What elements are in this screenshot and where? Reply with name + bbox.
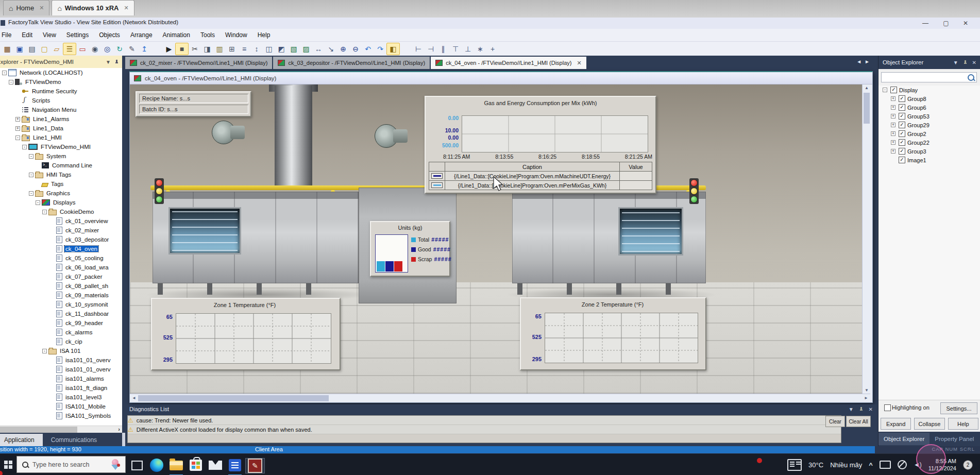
menu-item[interactable]: Tools	[195, 29, 220, 41]
panel-tab[interactable]: Object Explorer	[878, 433, 930, 445]
visibility-checkbox[interactable]: ✓	[899, 95, 905, 102]
send-backward-icon[interactable]: ◫	[263, 43, 275, 55]
tree-expander[interactable]	[36, 163, 40, 168]
browser-tab[interactable]: ⌂ Windows 10 xRA ✕	[52, 0, 134, 15]
tree-expander[interactable]: +	[15, 117, 20, 122]
align-left-icon[interactable]: ⊢	[412, 43, 425, 55]
visibility-checkbox[interactable]: ✓	[899, 148, 905, 155]
align-top-icon[interactable]: ⊤	[449, 43, 462, 55]
component-list-icon[interactable]: ☰	[63, 43, 76, 55]
edit-tags-icon[interactable]: ✎	[126, 43, 138, 55]
scroll-up-icon[interactable]: ▲	[863, 86, 871, 90]
tree-item[interactable]: ck_03_depositor	[0, 235, 122, 244]
zone2-temperature-panel[interactable]: Zone 2 Temperature (°F) 52529565	[520, 297, 706, 370]
tree-item[interactable]: ck_cip	[0, 337, 122, 346]
tree-item[interactable]: - ISA 101	[0, 346, 122, 355]
object-tree-item[interactable]: - ✓ Display	[878, 86, 980, 94]
tree-item[interactable]: isa101_01_overv	[0, 365, 122, 374]
clear-all-button[interactable]: Clear All	[846, 416, 871, 427]
tab-nav-arrows[interactable]: ◄►	[856, 59, 873, 64]
panel-button[interactable]: Help	[948, 418, 978, 430]
tree-expander[interactable]	[49, 312, 54, 316]
tree-expander[interactable]: +	[891, 96, 895, 101]
settings-button[interactable]: Settings...	[940, 402, 977, 414]
tree-item[interactable]: ck_11_dashboar	[0, 309, 122, 318]
menu-item[interactable]: File	[0, 29, 16, 41]
visibility-checkbox[interactable]: ✓	[899, 122, 905, 128]
tree-item[interactable]: ck_06_load_wra	[0, 263, 122, 272]
tree-item[interactable]: - Graphics	[0, 189, 122, 198]
tree-item[interactable]: ISA101_Symbols	[0, 411, 122, 420]
object-tree-item[interactable]: + ✓ Group29	[878, 121, 980, 129]
highlighting-checkbox[interactable]	[884, 404, 891, 411]
zoom-in-icon[interactable]: ⊕	[337, 43, 349, 55]
app-icon[interactable]: ▦	[1, 43, 13, 55]
scroll-right-icon[interactable]: ›	[118, 426, 120, 432]
tree-expander[interactable]	[49, 228, 54, 233]
diagnostics-row[interactable]: ⚠ Different ActiveX control loaded for d…	[128, 425, 841, 434]
tree-expander[interactable]	[49, 247, 54, 251]
document-app-icon[interactable]	[226, 458, 244, 472]
tree-item[interactable]: - FTViewDemo	[0, 77, 122, 87]
pin-icon[interactable]	[963, 60, 968, 65]
tree-expander[interactable]	[49, 377, 54, 381]
chevron-down-icon[interactable]: ▼	[849, 406, 854, 412]
object-tree-item[interactable]: + ✓ Group8	[878, 94, 980, 103]
rotate-icon[interactable]: ↔	[312, 43, 325, 55]
menu-item[interactable]: Settings	[61, 29, 94, 41]
tree-expander[interactable]: -	[883, 88, 887, 92]
menu-item[interactable]: Help	[252, 29, 276, 41]
tree-expander[interactable]: +	[15, 126, 20, 131]
test-display-icon[interactable]: ▭	[76, 43, 89, 55]
tree-expander[interactable]: -	[29, 173, 33, 177]
tree-expander[interactable]: +	[891, 149, 895, 154]
taskbar-search[interactable]: Type here to search	[16, 456, 126, 473]
tree-item[interactable]: ck_99_header	[0, 318, 122, 328]
clear-button[interactable]: Clear	[825, 416, 845, 427]
chevron-down-icon[interactable]: ▼	[953, 60, 958, 65]
object-tree-item[interactable]: + ✓ Group6	[878, 103, 980, 112]
group-icon[interactable]: ▧	[288, 43, 300, 55]
tree-item[interactable]: ck_07_packer	[0, 272, 122, 281]
visibility-checkbox[interactable]: ✓	[899, 130, 905, 137]
align-center-horizontal-icon[interactable]: ≡	[238, 43, 250, 55]
refresh-icon[interactable]: ↻	[113, 43, 126, 55]
weather-temp[interactable]: 30°C	[808, 461, 823, 469]
tree-expander[interactable]	[49, 321, 54, 326]
zoom-out-icon[interactable]: ⊖	[349, 43, 362, 55]
tree-item[interactable]: isa101_ft_diagn	[0, 383, 122, 393]
paste-icon[interactable]: ▥	[213, 43, 226, 55]
tree-item[interactable]: Runtime Security	[0, 87, 122, 96]
add-component-icon[interactable]: ▱	[50, 43, 63, 55]
menu-item[interactable]: Arrange	[125, 29, 158, 41]
copy-icon[interactable]: ◨	[201, 43, 213, 55]
tree-expander[interactable]	[36, 182, 40, 186]
start-button[interactable]	[4, 461, 12, 469]
tree-item[interactable]: Tags	[0, 179, 122, 189]
align-middle-icon[interactable]: ∗	[474, 43, 486, 55]
tree-item[interactable]: ck_01_overview	[0, 216, 122, 226]
cut-icon[interactable]: ✂	[189, 43, 201, 55]
snap-icon[interactable]: +	[486, 43, 499, 55]
tree-expander[interactable]	[49, 284, 54, 289]
network-status-icon[interactable]	[898, 460, 907, 469]
tree-expander[interactable]: -	[15, 135, 20, 140]
weather-icon[interactable]	[787, 459, 802, 471]
duplicate-icon[interactable]: ⊞	[226, 43, 238, 55]
resize-icon[interactable]: ↘	[325, 43, 337, 55]
tree-expander[interactable]: -	[29, 154, 33, 159]
tree-item[interactable]: - System	[0, 151, 122, 161]
object-explorer-toggle-icon[interactable]: ◧	[386, 43, 400, 55]
vertical-scrollbar[interactable]: ▲ ▼	[862, 84, 871, 394]
tree-item[interactable]: Navigation Menu	[0, 105, 122, 114]
tree-item[interactable]: ISA101_Mobile	[0, 402, 122, 411]
diagnostics-row[interactable]: ⚠ cause: Trend: Newer file used.	[128, 416, 841, 425]
tree-expander[interactable]	[49, 237, 54, 242]
find-icon[interactable]: ◎	[101, 43, 113, 55]
tree-expander[interactable]	[891, 158, 895, 162]
tree-item[interactable]: isa101_01_overv	[0, 355, 122, 365]
visibility-checkbox[interactable]: ✓	[899, 113, 905, 120]
tree-expander[interactable]: -	[29, 191, 33, 196]
weather-text[interactable]: Nhiều mây	[830, 461, 862, 469]
tree-item[interactable]: - CookieDemo	[0, 207, 122, 216]
